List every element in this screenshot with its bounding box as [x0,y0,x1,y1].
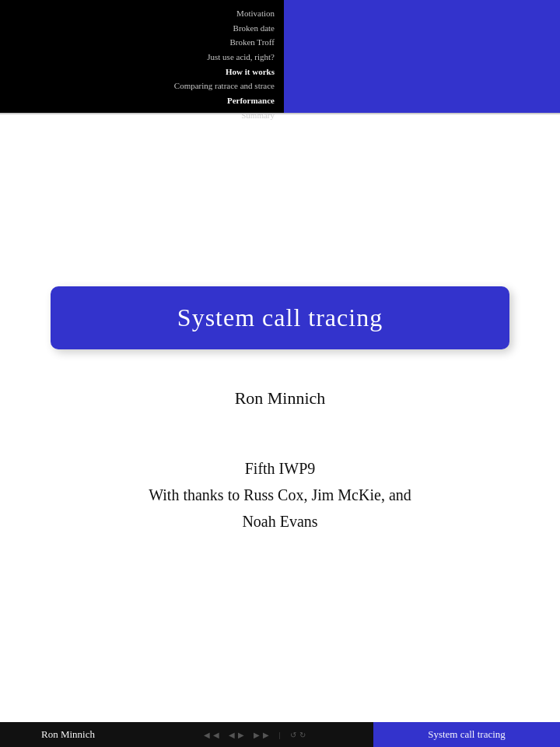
conference-info: Fifth IWP9 With thanks to Russ Cox, Jim … [149,455,411,535]
nav-item-acid[interactable]: Just use acid, right? [207,50,275,65]
nav-item-motivation[interactable]: Motivation [236,6,275,21]
nav-item-broken-troff[interactable]: Broken Troff [229,35,275,50]
nav-arrow-right-2[interactable]: ▶ [254,731,260,739]
nav-arrow-left-1[interactable]: ◀ [204,731,210,739]
conference-line3: Noah Evans [149,508,411,535]
nav-item-summary[interactable]: Summary [241,108,275,123]
conference-line1: Fifth IWP9 [149,455,411,482]
footer-title: System call tracing [373,722,560,747]
nav-separator: | [278,731,280,739]
nav-arrow-right-1[interactable]: ▶ [238,731,244,739]
header: Motivation Broken date Broken Troff Just… [0,0,560,113]
nav-item-comparing[interactable]: Comparing ratrace and strace [174,79,275,93]
header-blue-block [284,0,560,113]
nav-arrow-left-2[interactable]: ◀ [213,731,219,739]
main-content: System call tracing Ron Minnich Fifth IW… [0,114,560,706]
conference-line2: With thanks to Russ Cox, Jim McKie, and [149,482,411,508]
title-box: System call tracing [51,286,509,349]
nav-menu: Motivation Broken date Broken Troff Just… [0,0,284,113]
nav-item-broken-date[interactable]: Broken date [233,21,275,36]
footer-bar: Ron Minnich ◀ ◀ ◀ ▶ ▶ ▶ | ↺ ↻ System cal… [0,722,560,747]
nav-item-performance[interactable]: Performance [227,93,275,108]
presentation-title: System call tracing [97,303,463,332]
footer-author: Ron Minnich [0,722,136,747]
nav-item-how-it-works[interactable]: How it works [226,65,275,79]
nav-loop[interactable]: ↻ [299,731,306,739]
nav-arrow-left-3[interactable]: ◀ [229,731,235,739]
nav-arrow-right-3[interactable]: ▶ [263,731,269,739]
author-name: Ron Minnich [235,388,326,409]
footer-nav-controls[interactable]: ◀ ◀ ◀ ▶ ▶ ▶ | ↺ ↻ [136,722,373,747]
nav-fullscreen[interactable]: ↺ [290,731,296,739]
